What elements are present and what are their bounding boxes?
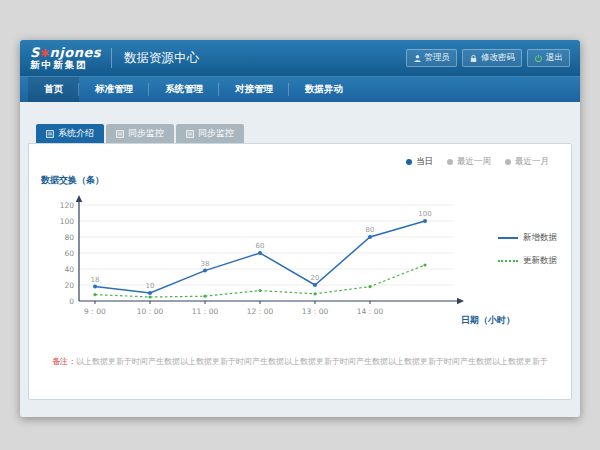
y-axis-arrow-icon <box>76 195 82 202</box>
page-title: 数据资源中心 <box>111 48 199 68</box>
series-line-sample <box>498 237 518 239</box>
data-label: 80 <box>366 226 375 234</box>
data-point <box>203 269 207 273</box>
x-tick-label: 10：00 <box>137 307 164 316</box>
header-actions: 管理员修改密码退出 <box>406 49 571 67</box>
legend-today[interactable]: 当日 <box>406 156 433 168</box>
range-legend: 当日最近一周最近一月 <box>406 156 549 168</box>
x-tick-label: 12：00 <box>247 307 274 316</box>
data-label: 100 <box>418 210 431 218</box>
x-tick-label: 13：00 <box>302 307 329 316</box>
chart-panel: 当日最近一周最近一月 数据交换（条） 0204060801001209：0010… <box>28 143 572 400</box>
series-legend: 新增数据更新数据 <box>498 232 557 278</box>
lock-icon <box>469 54 478 63</box>
series-legend-item-1[interactable]: 更新数据 <box>498 255 557 267</box>
x-axis-arrow-icon <box>457 298 464 304</box>
data-point <box>423 263 426 266</box>
series-legend-item-0[interactable]: 新增数据 <box>498 232 557 244</box>
y-tick-label: 100 <box>60 217 75 226</box>
change-password-label: 修改密码 <box>481 52 515 64</box>
app-header: S✱njones 新中新集团 数据资源中心 管理员修改密码退出 <box>20 40 580 76</box>
x-tick-label: 9：00 <box>84 307 106 316</box>
x-axis-title: 日期（小时） <box>461 314 515 327</box>
y-tick-label: 40 <box>64 265 74 274</box>
main-nav: 首页标准管理系统管理对接管理数据异动 <box>20 76 580 102</box>
series-line-sample <box>498 260 518 262</box>
logo-subtitle: 新中新集团 <box>30 60 101 70</box>
x-tick-label: 14：00 <box>357 307 384 316</box>
y-tick-label: 80 <box>64 233 74 242</box>
data-point <box>368 285 371 288</box>
data-point <box>148 295 151 298</box>
legend-dot-icon <box>406 159 412 165</box>
power-icon <box>534 54 543 63</box>
app-logo: S✱njones 新中新集团 <box>30 46 101 71</box>
data-point <box>203 295 206 298</box>
tab-bar: 系统介绍同步监控同步监控 <box>28 124 572 143</box>
footnote-text: 以上数据更新于时间产生数据以上数据更新于时间产生数据以上数据更新于时间产生数据以… <box>76 357 548 366</box>
footnote-label: 备注： <box>52 357 76 366</box>
data-label: 60 <box>256 242 265 250</box>
data-label: 10 <box>146 282 155 290</box>
data-point <box>258 251 262 255</box>
tab-sync-monitor-2[interactable]: 同步监控 <box>176 124 244 143</box>
data-point <box>93 285 97 289</box>
data-label: 38 <box>201 260 210 268</box>
change-password-button[interactable]: 修改密码 <box>462 49 522 67</box>
user-icon <box>413 54 422 63</box>
y-tick-label: 0 <box>69 297 74 306</box>
data-point <box>93 293 96 296</box>
data-label: 18 <box>91 276 100 284</box>
data-point <box>313 283 317 287</box>
admin-label: 管理员 <box>425 52 451 64</box>
y-axis-title: 数据交换（条） <box>41 174 104 187</box>
tab-doc-icon <box>116 130 124 138</box>
tab-doc-icon <box>186 130 194 138</box>
nav-item-standards[interactable]: 标准管理 <box>79 77 149 102</box>
app-window: S✱njones 新中新集团 数据资源中心 管理员修改密码退出 首页标准管理系统… <box>20 40 580 417</box>
nav-item-integration[interactable]: 对接管理 <box>219 77 289 102</box>
footnote: 备注：以上数据更新于时间产生数据以上数据更新于时间产生数据以上数据更新于时间产生… <box>39 356 561 367</box>
logout-button[interactable]: 退出 <box>527 49 570 67</box>
data-point <box>258 289 261 292</box>
data-point <box>148 291 152 295</box>
nav-item-data-change[interactable]: 数据异动 <box>289 77 359 102</box>
tab-sync-monitor-1[interactable]: 同步监控 <box>106 124 174 143</box>
data-point <box>423 219 427 223</box>
series-line-新增数据 <box>95 221 425 293</box>
x-tick-label: 11：00 <box>192 307 219 316</box>
tab-doc-icon <box>46 130 54 138</box>
legend-dot-icon <box>505 159 511 165</box>
y-tick-label: 60 <box>64 249 74 258</box>
legend-dot-icon <box>447 159 453 165</box>
data-label: 20 <box>311 274 320 282</box>
y-tick-label: 20 <box>64 281 74 290</box>
data-point <box>368 235 372 239</box>
legend-last-week[interactable]: 最近一周 <box>447 156 491 168</box>
y-tick-label: 120 <box>60 201 75 210</box>
line-chart: 0204060801001209：0010：0011：0012：0013：001… <box>37 189 487 324</box>
logo-wordmark: S✱njones <box>30 46 101 60</box>
logout-label: 退出 <box>546 52 563 64</box>
nav-item-home[interactable]: 首页 <box>28 77 79 102</box>
admin-button[interactable]: 管理员 <box>406 49 458 67</box>
tab-system-intro[interactable]: 系统介绍 <box>36 124 104 143</box>
legend-last-month[interactable]: 最近一月 <box>505 156 549 168</box>
content-area: 系统介绍同步监控同步监控 当日最近一周最近一月 数据交换（条） 02040608… <box>20 102 580 400</box>
data-point <box>313 292 316 295</box>
nav-item-system[interactable]: 系统管理 <box>149 77 219 102</box>
logo-star-icon: ✱ <box>40 47 50 60</box>
